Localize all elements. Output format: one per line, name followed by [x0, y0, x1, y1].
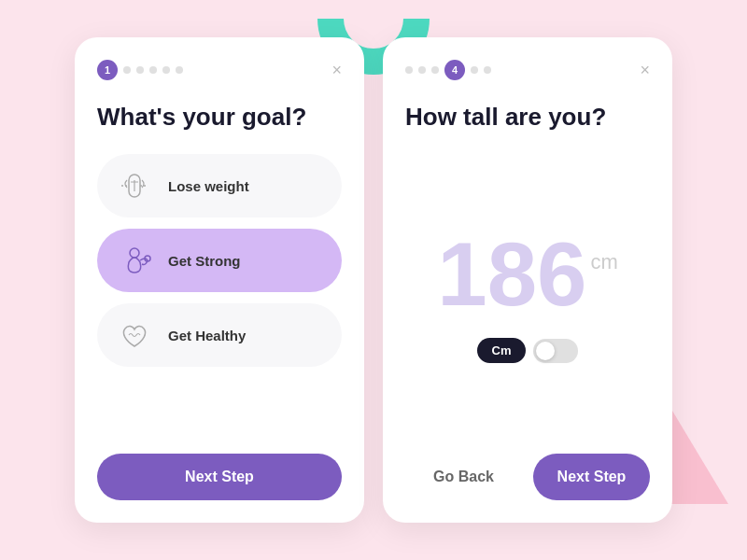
close-button-2[interactable]: × — [640, 62, 650, 78]
lose-weight-icon — [116, 167, 153, 204]
dot2-6 — [484, 66, 491, 74]
lose-weight-label: Lose weight — [168, 178, 249, 194]
dot2-5 — [471, 66, 478, 74]
close-button-1[interactable]: × — [331, 62, 342, 78]
get-strong-icon — [116, 242, 153, 279]
cards-container: 1 × What's your goal? — [0, 0, 747, 560]
next-step-button-2[interactable]: Next Step — [533, 454, 650, 500]
height-unit-label: cm — [590, 252, 617, 273]
svg-point-1 — [130, 248, 139, 258]
goal-get-healthy[interactable]: Get Healthy — [97, 303, 342, 367]
card-height-body: 4 × How tall are you? 186 cm Cm — [383, 37, 672, 439]
get-healthy-icon — [116, 316, 153, 354]
height-digits: 186 — [437, 230, 586, 319]
card-height-footer: Go Back Next Step — [383, 439, 672, 523]
dot-6 — [176, 66, 183, 74]
height-value-display: 186 cm — [437, 230, 618, 319]
progress-dots-1: 1 × — [97, 60, 342, 80]
go-back-button[interactable]: Go Back — [405, 454, 522, 500]
unit-toggle: Cm — [477, 338, 579, 363]
card-goal-body: 1 × What's your goal? — [75, 37, 364, 439]
dot2-3 — [431, 66, 439, 74]
dot-5 — [162, 66, 170, 74]
unit-toggle-thumb — [536, 342, 555, 360]
card-goal-footer: Next Step — [75, 439, 364, 523]
next-step-button-1[interactable]: Next Step — [97, 454, 342, 500]
goal-options: Lose weight Get Strong — [97, 154, 342, 439]
height-display: 186 cm Cm — [405, 154, 650, 439]
get-strong-label: Get Strong — [168, 253, 241, 269]
card-goal-title: What's your goal? — [97, 103, 342, 132]
dot2-active-4: 4 — [444, 60, 465, 80]
dot-active-1: 1 — [97, 60, 118, 80]
card-height: 4 × How tall are you? 186 cm Cm — [383, 37, 672, 523]
unit-cm-button[interactable]: Cm — [477, 338, 527, 363]
goal-lose-weight[interactable]: Lose weight — [97, 154, 342, 217]
dot2-1 — [405, 66, 413, 74]
dot-2 — [123, 66, 131, 74]
progress-dots-2: 4 × — [405, 60, 650, 80]
dot-4 — [149, 66, 157, 74]
get-healthy-label: Get Healthy — [168, 328, 246, 343]
unit-toggle-track[interactable] — [533, 339, 578, 363]
dot-3 — [136, 66, 144, 74]
card-height-title: How tall are you? — [405, 103, 650, 132]
card-goal: 1 × What's your goal? — [75, 37, 364, 523]
dot2-2 — [418, 66, 426, 74]
goal-get-strong[interactable]: Get Strong — [97, 229, 342, 292]
